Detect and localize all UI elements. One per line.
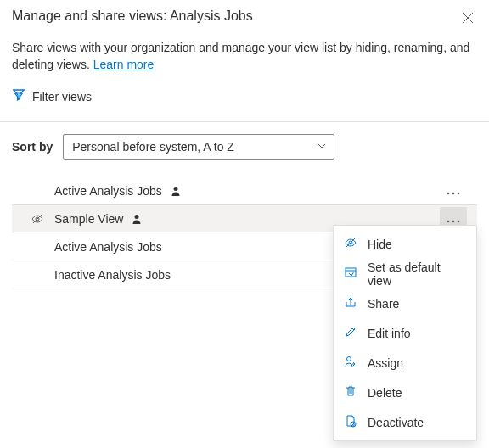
default-view-icon bbox=[344, 266, 357, 282]
svg-point-5 bbox=[135, 215, 139, 219]
hide-icon bbox=[344, 236, 357, 252]
filter-views-button[interactable]: Filter views bbox=[12, 88, 477, 104]
svg-point-0 bbox=[173, 187, 177, 191]
menu-set-default[interactable]: Set as default view bbox=[334, 259, 476, 288]
context-menu: Hide Set as default view Share Edit info… bbox=[333, 225, 477, 441]
chevron-down-icon bbox=[317, 140, 327, 154]
assign-icon bbox=[344, 355, 357, 371]
list-item[interactable]: Active Analysis Jobs bbox=[12, 176, 477, 204]
divider bbox=[0, 121, 489, 122]
share-icon bbox=[344, 295, 357, 311]
hidden-icon bbox=[29, 212, 46, 226]
menu-assign[interactable]: Assign bbox=[334, 348, 476, 378]
svg-point-11 bbox=[347, 357, 351, 361]
close-icon bbox=[462, 14, 474, 26]
sort-select[interactable]: Personal before system, A to Z bbox=[63, 134, 334, 160]
filter-views-label: Filter views bbox=[32, 90, 92, 104]
menu-label: Share bbox=[368, 297, 399, 311]
menu-edit[interactable]: Edit info bbox=[334, 318, 476, 348]
svg-point-8 bbox=[458, 220, 460, 222]
svg-point-6 bbox=[447, 220, 450, 222]
view-name: Active Analysis Jobs bbox=[54, 184, 162, 198]
view-name: Inactive Analysis Jobs bbox=[54, 268, 171, 282]
sort-select-value: Personal before system, A to Z bbox=[72, 140, 234, 154]
person-icon bbox=[132, 214, 142, 224]
description-text: Share views with your organization and m… bbox=[12, 41, 469, 71]
menu-label: Edit info bbox=[368, 327, 411, 340]
menu-share[interactable]: Share bbox=[334, 288, 476, 318]
view-name: Active Analysis Jobs bbox=[54, 240, 162, 254]
deactivate-icon bbox=[344, 414, 357, 430]
person-icon bbox=[171, 186, 181, 196]
more-button[interactable] bbox=[440, 179, 467, 203]
learn-more-link[interactable]: Learn more bbox=[93, 58, 155, 71]
menu-label: Assign bbox=[368, 356, 403, 370]
delete-icon bbox=[344, 384, 357, 400]
menu-label: Delete bbox=[368, 386, 402, 400]
menu-label: Hide bbox=[368, 238, 392, 251]
menu-label: Set as default view bbox=[368, 260, 466, 288]
edit-icon bbox=[344, 325, 357, 341]
sort-by-label: Sort by bbox=[12, 140, 53, 154]
close-button[interactable] bbox=[458, 8, 477, 30]
svg-point-1 bbox=[447, 192, 450, 194]
more-icon bbox=[447, 184, 460, 198]
dialog-description: Share views with your organization and m… bbox=[12, 40, 477, 73]
svg-point-3 bbox=[458, 192, 460, 194]
menu-label: Deactivate bbox=[368, 416, 424, 429]
dialog-title: Manage and share views: Analysis Jobs bbox=[12, 8, 253, 24]
menu-hide[interactable]: Hide bbox=[334, 229, 476, 259]
menu-delete[interactable]: Delete bbox=[334, 378, 476, 407]
view-name: Sample View bbox=[54, 212, 123, 226]
more-icon bbox=[447, 212, 460, 226]
menu-deactivate[interactable]: Deactivate bbox=[334, 407, 476, 437]
svg-point-2 bbox=[452, 192, 455, 194]
filter-icon bbox=[12, 88, 25, 104]
svg-point-7 bbox=[452, 220, 455, 222]
